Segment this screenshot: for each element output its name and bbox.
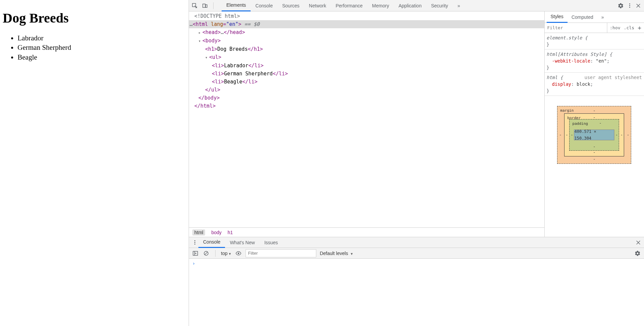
close-devtools-icon[interactable] (635, 2, 642, 9)
stabs-overflow-icon[interactable]: » (597, 12, 608, 23)
kebab-menu-icon[interactable] (626, 2, 633, 9)
html-close: </html> (189, 102, 544, 110)
rule-element-style[interactable]: element.style { } (545, 33, 644, 49)
svg-rect-2 (205, 5, 207, 7)
drawer-close-icon[interactable] (635, 239, 642, 246)
padding-left-dash: - (571, 132, 573, 138)
padding-top-dash: - (599, 120, 602, 126)
tab-performance[interactable]: Performance (331, 0, 367, 11)
svg-point-5 (238, 252, 239, 254)
console-prompt[interactable]: › (189, 259, 644, 268)
inspect-icon[interactable] (191, 2, 198, 9)
tab-console[interactable]: Console (251, 0, 277, 11)
settings-icon[interactable] (617, 2, 624, 9)
padding-label: padding (572, 120, 588, 127)
padding-right-dash: - (615, 132, 618, 138)
svg-rect-1 (203, 4, 205, 7)
device-toggle-icon[interactable] (201, 2, 208, 9)
tabs-overflow-icon[interactable]: » (453, 0, 464, 11)
style-rules: element.style { } html[Attributes Style]… (545, 33, 644, 237)
list-item: German Sherpherd (18, 43, 186, 52)
li-element[interactable]: <li>German Sherpherd</li> (189, 70, 544, 78)
tab-network[interactable]: Network (304, 0, 331, 11)
stab-computed[interactable]: Computed (568, 12, 598, 23)
box-content: 400.571 × 150.304 (574, 130, 614, 140)
divider (215, 250, 216, 257)
rule-source: user agent stylesheet (584, 74, 642, 81)
console-settings-icon[interactable] (634, 250, 641, 257)
ul-element[interactable]: ▾<ul> (189, 53, 544, 62)
padding-bottom-dash: - (593, 143, 595, 150)
dtab-issues[interactable]: Issues (260, 238, 283, 248)
console-filter-input[interactable] (246, 249, 316, 257)
crumb-html[interactable]: html (192, 229, 205, 236)
drawer-kebab-icon[interactable] (191, 239, 198, 246)
tab-application[interactable]: Application (394, 0, 426, 11)
list-item: Beagle (18, 52, 186, 62)
drawer-tabs: Console What's New Issues (189, 237, 644, 248)
li-element[interactable]: <li>Beagle</li> (189, 78, 544, 86)
margin-right-dash: - (627, 132, 629, 138)
styles-filter-bar: :hov .cls + (545, 23, 644, 33)
rule-html-attrs[interactable]: html[Attributes Style] { -webkit-locale:… (545, 49, 644, 73)
stab-styles[interactable]: Styles (547, 11, 568, 23)
devtools-panel: Elements Console Sources Network Perform… (189, 0, 644, 326)
styles-panel: Styles Computed » :hov .cls + element.st… (545, 11, 644, 237)
dom-tree[interactable]: <!DOCTYPE html> …<html lang="en"> == $0 … (189, 11, 544, 227)
console-context[interactable]: top▼ (221, 251, 231, 256)
border-left-dash: - (566, 132, 568, 138)
console-body[interactable]: › (189, 259, 644, 326)
devtools-drawer: Console What's New Issues top▼ Default l… (189, 237, 644, 326)
crumb-h1[interactable]: h1 (228, 230, 233, 235)
h1-element[interactable]: <h1>Dog Breeds</h1> (189, 45, 544, 53)
elements-panel: <!DOCTYPE html> …<html lang="en"> == $0 … (189, 11, 545, 237)
console-toolbar: top▼ Default levels ▼ (189, 248, 644, 259)
rendered-page: Dog Breeds Labrador German Sherpherd Bea… (0, 0, 189, 326)
dtab-whatsnew[interactable]: What's New (225, 238, 259, 248)
console-sidebar-icon[interactable] (192, 250, 199, 257)
devtools-tabs: Elements Console Sources Network Perform… (222, 0, 464, 11)
crumb-body[interactable]: body (211, 230, 221, 235)
devtools-main: <!DOCTYPE html> …<html lang="en"> == $0 … (189, 11, 644, 237)
rule-html-ua[interactable]: user agent stylesheet html { display: bl… (545, 73, 644, 96)
styles-filter-input[interactable] (545, 23, 607, 33)
divider (213, 2, 214, 9)
breadcrumb: html body h1 (189, 227, 544, 237)
console-levels[interactable]: Default levels ▼ (320, 251, 353, 256)
body-element[interactable]: ▾<body> (189, 37, 544, 45)
live-expression-icon[interactable] (235, 250, 242, 257)
hov-toggle[interactable]: :hov (610, 25, 620, 30)
tab-sources[interactable]: Sources (278, 0, 304, 11)
li-element[interactable]: <li>Labrador</li> (189, 62, 544, 70)
margin-bottom-dash: - (593, 156, 595, 162)
breed-list: Labrador German Sherpherd Beagle (18, 33, 186, 62)
tab-security[interactable]: Security (426, 0, 453, 11)
border-right-dash: - (620, 132, 623, 138)
tab-elements[interactable]: Elements (222, 0, 251, 11)
clear-console-icon[interactable] (202, 250, 210, 257)
add-rule-icon[interactable]: + (638, 24, 641, 31)
margin-left-dash: - (559, 132, 561, 138)
page-title: Dog Breeds (3, 10, 186, 26)
ul-close: </ul> (189, 86, 544, 94)
styles-tabs: Styles Computed » (545, 11, 644, 23)
cls-toggle[interactable]: .cls (624, 25, 634, 30)
box-model: margin - - - - border - - - - (545, 96, 644, 171)
head-element[interactable]: ▸<head>…</head> (189, 28, 544, 37)
devtools-toolbar: Elements Console Sources Network Perform… (189, 0, 644, 11)
list-item: Labrador (18, 33, 186, 43)
html-element-selected[interactable]: …<html lang="en"> == $0 (189, 20, 544, 28)
body-close: </body> (189, 94, 544, 102)
margin-label: margin (560, 107, 574, 114)
doctype-line: <!DOCTYPE html> (194, 13, 240, 19)
tab-memory[interactable]: Memory (367, 0, 394, 11)
margin-top-dash: - (593, 107, 595, 114)
dtab-console[interactable]: Console (198, 237, 225, 248)
